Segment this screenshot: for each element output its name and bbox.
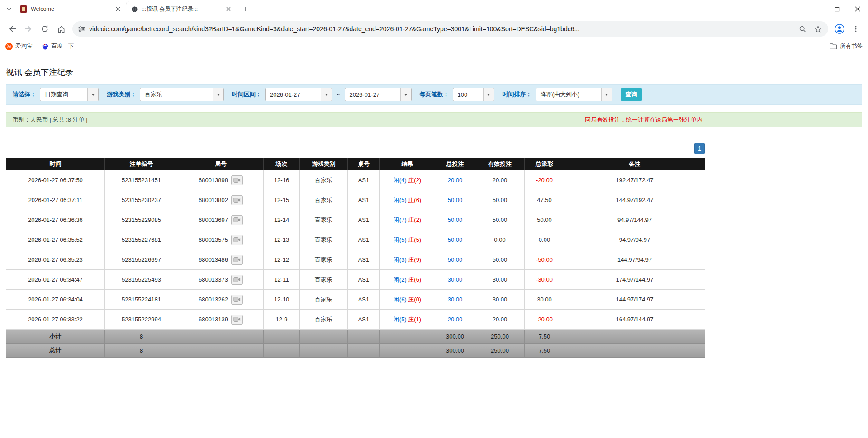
new-tab-button[interactable] xyxy=(239,3,251,15)
bookmark-star-button[interactable] xyxy=(812,23,824,35)
result-banker: 庄(0) xyxy=(408,296,421,303)
bookmark-baidu[interactable]: 百度一下 xyxy=(42,42,74,50)
tab-betrecord[interactable]: :::视讯 会员下注纪录::: xyxy=(126,1,236,17)
cell-remark: 144.97/192.47 xyxy=(564,190,705,210)
cell-round: 680013898 xyxy=(178,170,264,190)
bookmark-taobao[interactable]: 淘 爱淘宝 xyxy=(5,42,33,50)
round-video-button[interactable] xyxy=(231,275,243,285)
cell-total-bet: 50.00 xyxy=(435,250,475,270)
query-type-select[interactable]: 日期查询 xyxy=(40,88,99,101)
game-type-select[interactable]: 百家乐 xyxy=(140,88,224,101)
subtotal-row: 小计 8 300.00 250.00 7.50 xyxy=(6,330,705,344)
cell-result: 闲(3) 庄(9) xyxy=(380,250,435,270)
per-page-label: 每页笔数： xyxy=(420,90,449,99)
minimize-icon xyxy=(813,6,819,12)
date-end-select[interactable]: 2026-01-27 xyxy=(345,88,412,101)
cell-round: 680013139 xyxy=(178,310,264,330)
cell-result: 闲(5) 庄(1) xyxy=(380,310,435,330)
dropdown-arrow-icon[interactable] xyxy=(483,88,494,101)
result-banker: 庄(9) xyxy=(408,256,421,263)
cell-time: 2026-01-27 06:34:47 xyxy=(6,270,105,290)
dropdown-arrow-icon[interactable] xyxy=(87,88,98,101)
round-number: 680013139 xyxy=(199,316,228,323)
zoom-button[interactable] xyxy=(797,23,808,35)
table-row: 2026-01-27 06:36:36 523155229085 6800136… xyxy=(6,210,705,230)
subtotal-payout: 7.50 xyxy=(525,330,564,344)
cell-valid-bet: 20.00 xyxy=(475,310,525,330)
dropdown-arrow-icon[interactable] xyxy=(400,88,411,101)
video-replay-icon xyxy=(233,237,241,243)
cell-remark: 192.47/172.47 xyxy=(564,170,705,190)
table-body: 2026-01-27 06:37:50 523155231451 6800138… xyxy=(6,170,705,330)
globe-favicon-icon xyxy=(131,5,138,13)
round-video-button[interactable] xyxy=(231,315,243,325)
date-start-select[interactable]: 2026-01-27 xyxy=(265,88,332,101)
table-row: 2026-01-27 06:34:47 523155225493 6800133… xyxy=(6,270,705,290)
tab-close-icon[interactable] xyxy=(114,5,122,13)
video-replay-icon xyxy=(233,277,241,283)
per-page-select[interactable]: 100 xyxy=(453,88,494,101)
tab-close-icon[interactable] xyxy=(224,5,232,13)
cell-bet-id: 523155230237 xyxy=(105,190,178,210)
video-replay-icon xyxy=(233,316,241,322)
round-video-button[interactable] xyxy=(231,235,243,245)
close-window-button[interactable] xyxy=(847,0,868,18)
time-sort-select[interactable]: 降幂(由大到小) xyxy=(536,88,612,101)
round-number: 680013575 xyxy=(199,236,228,243)
site-settings-icon[interactable] xyxy=(78,25,85,33)
pagination: 1 xyxy=(6,143,705,154)
round-number: 680013262 xyxy=(199,296,228,303)
url-text[interactable]: videoie.com/game/betrecord_search/kind3?… xyxy=(89,25,793,33)
table-header-row: 时间 注单编号 局号 场次 游戏类别 桌号 结果 总投注 有效投注 总派彩 备注 xyxy=(6,158,705,170)
col-table-no: 桌号 xyxy=(348,158,380,170)
result-banker: 庄(6) xyxy=(408,276,421,283)
page-1-button[interactable]: 1 xyxy=(694,143,705,154)
back-arrow-icon xyxy=(8,24,17,33)
home-button[interactable] xyxy=(53,21,69,37)
cell-time: 2026-01-27 06:37:11 xyxy=(6,190,105,210)
minimize-button[interactable] xyxy=(806,0,826,18)
cell-remark: 164.97/144.97 xyxy=(564,310,705,330)
cell-remark: 94.97/94.97 xyxy=(564,230,705,250)
empty-cell xyxy=(380,330,435,344)
round-video-button[interactable] xyxy=(231,215,243,225)
profile-avatar-icon xyxy=(835,24,844,34)
grand-total-count: 8 xyxy=(105,344,178,358)
cell-result: 闲(2) 庄(6) xyxy=(380,270,435,290)
cell-bet-id: 523155226697 xyxy=(105,250,178,270)
result-player: 闲(6) xyxy=(394,296,407,303)
back-button[interactable] xyxy=(5,21,20,37)
cell-time: 2026-01-27 06:34:04 xyxy=(6,290,105,310)
empty-cell xyxy=(348,344,380,358)
round-number: 680013486 xyxy=(199,256,228,263)
cell-result: 闲(6) 庄(0) xyxy=(380,290,435,310)
tab-welcome[interactable]: Welcome xyxy=(15,1,126,17)
search-button[interactable]: 查询 xyxy=(621,88,642,101)
cell-bet-id: 523155224181 xyxy=(105,290,178,310)
cell-payout: 47.50 xyxy=(525,190,564,210)
round-number: 680013802 xyxy=(199,197,228,203)
forward-button[interactable] xyxy=(21,21,36,37)
all-bookmarks-button[interactable]: 所有书签 xyxy=(830,42,863,50)
refresh-button[interactable] xyxy=(37,21,52,37)
maximize-button[interactable] xyxy=(826,0,847,18)
round-video-button[interactable] xyxy=(231,295,243,305)
round-number: 680013373 xyxy=(199,276,228,283)
dropdown-arrow-icon[interactable] xyxy=(601,88,612,101)
empty-cell xyxy=(564,330,705,344)
subtotal-total-bet: 300.00 xyxy=(435,330,475,344)
profile-button[interactable] xyxy=(832,21,847,37)
cell-payout: 30.00 xyxy=(525,290,564,310)
tab-search-button[interactable] xyxy=(3,3,15,15)
dropdown-arrow-icon[interactable] xyxy=(213,88,223,101)
round-video-button[interactable] xyxy=(231,255,243,265)
col-round: 局号 xyxy=(178,158,264,170)
dropdown-arrow-icon[interactable] xyxy=(321,88,332,101)
filter-bar: 请选择： 日期查询 游戏类别： 百家乐 时间区间： 2026-01-27 ~ 2… xyxy=(6,84,862,105)
round-video-button[interactable] xyxy=(231,175,243,185)
address-bar[interactable]: videoie.com/game/betrecord_search/kind3?… xyxy=(72,21,828,37)
round-video-button[interactable] xyxy=(231,195,243,205)
cell-game-type: 百家乐 xyxy=(300,230,348,250)
menu-button[interactable] xyxy=(848,21,863,37)
bet-records-table: 时间 注单编号 局号 场次 游戏类别 桌号 结果 总投注 有效投注 总派彩 备注… xyxy=(6,158,705,358)
